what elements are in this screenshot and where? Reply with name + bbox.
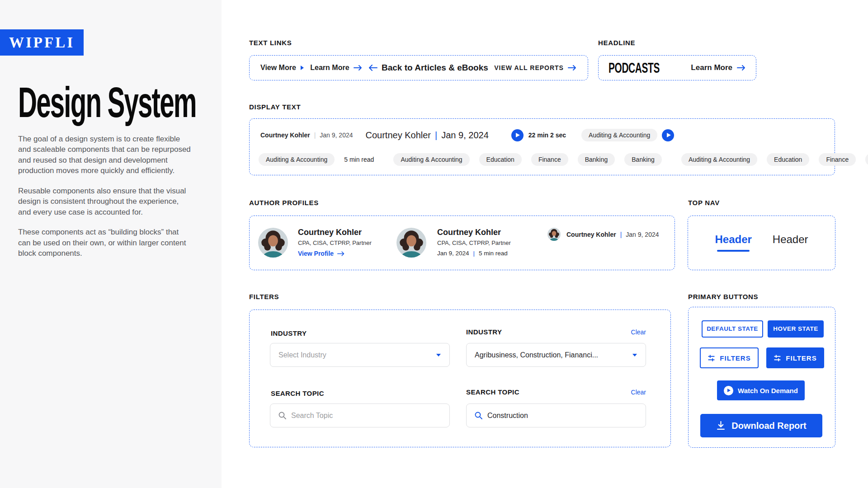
- intro-paragraph: Reusable components also ensure that the…: [18, 186, 191, 217]
- intro-copy: The goal of a design system is to create…: [18, 134, 191, 268]
- tag-pill[interactable]: Auditing & Accounting: [681, 153, 757, 166]
- author-credentials: CPA, CISA, CTPRP, Partner: [298, 240, 372, 246]
- industry-filled-header: INDUSTRY Clear: [466, 328, 646, 335]
- byline-large: Courtney Kohler | Jan 9, 2024: [366, 130, 489, 141]
- view-all-reports-label: VIEW ALL REPORTS: [494, 64, 564, 71]
- filters-button-hover[interactable]: FILTERS: [766, 347, 824, 368]
- play-button[interactable]: [662, 129, 674, 141]
- byline-small: Courtney Kohler | Jan 9, 2024: [260, 131, 353, 139]
- search-filled-header: SEARCH TOPIC Clear: [466, 389, 646, 395]
- triangle-right-icon: [300, 65, 304, 70]
- hover-state-button[interactable]: HOVER STATE: [768, 320, 824, 338]
- primary-buttons-box: DEFAULT STATE HOVER STATE FILTERS FILTER…: [688, 307, 835, 448]
- tag-pill[interactable]: Banking: [578, 153, 615, 166]
- industry-select-empty[interactable]: Select Industry: [270, 343, 450, 367]
- article-meta: Jan 9, 2024 | 5 min read: [437, 250, 511, 257]
- tag-pill[interactable]: Education: [479, 153, 522, 166]
- tag-pill[interactable]: Education: [767, 153, 809, 166]
- headline-learn-more-link[interactable]: Learn More: [691, 63, 746, 72]
- filters-button-default[interactable]: FILTERS: [700, 347, 759, 368]
- primary-buttons-label: PRIMARY BUTTONS: [688, 293, 758, 300]
- filters-box: INDUSTRY Select Industry INDUSTRY Clear …: [249, 310, 671, 447]
- separator: |: [431, 130, 441, 141]
- display-text-label: DISPLAY TEXT: [249, 103, 301, 110]
- display-text-box: Courtney Kohler | Jan 9, 2024 Courtney K…: [249, 118, 835, 175]
- filter-sliders-icon: [774, 354, 781, 362]
- nav-tab-active[interactable]: Header: [715, 234, 751, 252]
- watch-on-demand-label: Watch On Demand: [738, 387, 798, 394]
- nav-tab-label: Header: [715, 234, 751, 245]
- tag-pill[interactable]: Auditing & Accounting: [259, 153, 335, 166]
- author-avatar: [396, 228, 426, 258]
- view-all-reports-link[interactable]: VIEW ALL REPORTS: [494, 64, 577, 71]
- industry-label: INDUSTRY: [271, 330, 307, 337]
- arrow-right-icon: [737, 65, 746, 70]
- author-name: Courtney Kohler: [260, 131, 310, 139]
- tag-pill[interactable]: Auditing & Accounting: [393, 153, 469, 166]
- default-state-label: DEFAULT STATE: [707, 326, 758, 332]
- download-report-button[interactable]: Download Report: [700, 414, 822, 437]
- tag-pill[interactable]: Finance: [819, 153, 856, 166]
- design-system-page: WIPFLI Design System The goal of a desig…: [0, 0, 868, 488]
- author-profile-card: Courtney Kohler CPA, CISA, CTPRP, Partne…: [298, 228, 372, 257]
- author-name: Courtney Kohler: [566, 231, 616, 238]
- headline-box: PODCASTS Learn More: [598, 55, 756, 80]
- author-credentials: CPA, CISA, CTPRP, Partner: [437, 240, 511, 246]
- nav-tab-label: Header: [773, 234, 808, 245]
- author-avatar: [547, 228, 561, 241]
- industry-select-filled[interactable]: Agribusiness, Construction, Fiananci...: [466, 343, 646, 367]
- author-name: Courtney Kohler: [298, 228, 372, 236]
- search-icon: [475, 412, 482, 419]
- filters-label: FILTERS: [249, 293, 279, 300]
- read-time-text: 5 min read: [479, 250, 508, 257]
- back-link[interactable]: Back to Articles & eBooks: [368, 63, 488, 73]
- intro-paragraph: These components act as “building blocks…: [18, 227, 191, 258]
- clear-search-link[interactable]: Clear: [631, 389, 646, 395]
- chevron-down-icon: [436, 353, 441, 357]
- wipfli-logo: WIPFLI: [0, 29, 84, 56]
- arrow-left-icon: [368, 65, 377, 71]
- clear-industry-link[interactable]: Clear: [631, 329, 646, 335]
- filters-button-label: FILTERS: [720, 355, 750, 361]
- tag-pill[interactable]: Banking: [865, 153, 868, 166]
- article-date: Jan 9, 2024: [441, 130, 489, 141]
- article-date: Jan 9, 2024: [626, 231, 659, 238]
- watch-on-demand-button[interactable]: Watch On Demand: [717, 380, 805, 400]
- view-profile-label: View Profile: [298, 250, 334, 257]
- sidebar: WIPFLI Design System The goal of a desig…: [0, 0, 222, 488]
- learn-more-link[interactable]: Learn More: [310, 64, 362, 72]
- tag-pill[interactable]: Finance: [531, 153, 568, 166]
- intro-paragraph: The goal of a design system is to create…: [18, 134, 191, 176]
- top-nav-label: TOP NAV: [688, 199, 720, 206]
- tag-pill[interactable]: Banking: [624, 153, 662, 166]
- arrow-right-icon: [354, 65, 363, 70]
- search-topic-input[interactable]: [291, 412, 441, 420]
- default-state-button[interactable]: DEFAULT STATE: [702, 320, 763, 338]
- top-nav-box: Header Header: [688, 216, 835, 270]
- arrow-right-icon: [337, 251, 345, 256]
- separator: |: [310, 131, 320, 139]
- filter-sliders-icon: [708, 354, 715, 362]
- article-date: Jan 9, 2024: [320, 131, 353, 139]
- category-tag[interactable]: Auditing & Accounting: [581, 129, 657, 141]
- separator: |: [616, 231, 626, 238]
- view-profile-link[interactable]: View Profile: [298, 250, 372, 257]
- author-profiles-label: AUTHOR PROFILES: [249, 199, 319, 206]
- read-time-text: 5 min read: [344, 156, 374, 163]
- byline-inline: Courtney Kohler | Jan 9, 2024: [566, 231, 659, 238]
- display-text-row-meta: Courtney Kohler | Jan 9, 2024 Courtney K…: [260, 129, 827, 141]
- search-topic-label: SEARCH TOPIC: [271, 390, 324, 397]
- search-topic-input-filled[interactable]: [487, 412, 637, 420]
- text-links-label: TEXT LINKS: [249, 39, 292, 46]
- search-topic-field-filled: [466, 404, 646, 427]
- download-report-label: Download Report: [731, 421, 807, 430]
- play-button[interactable]: [511, 129, 524, 141]
- filters-button-label: FILTERS: [786, 355, 816, 361]
- download-icon: [716, 421, 726, 430]
- author-profile-meta: Courtney Kohler CPA, CISA, CTPRP, Partne…: [437, 228, 511, 257]
- view-more-link[interactable]: View More: [260, 64, 304, 72]
- industry-select-placeholder: Select Industry: [278, 351, 326, 359]
- hover-state-label: HOVER STATE: [773, 326, 818, 332]
- nav-tab-inactive[interactable]: Header: [773, 234, 808, 252]
- author-profiles-box: Courtney Kohler CPA, CISA, CTPRP, Partne…: [249, 216, 675, 270]
